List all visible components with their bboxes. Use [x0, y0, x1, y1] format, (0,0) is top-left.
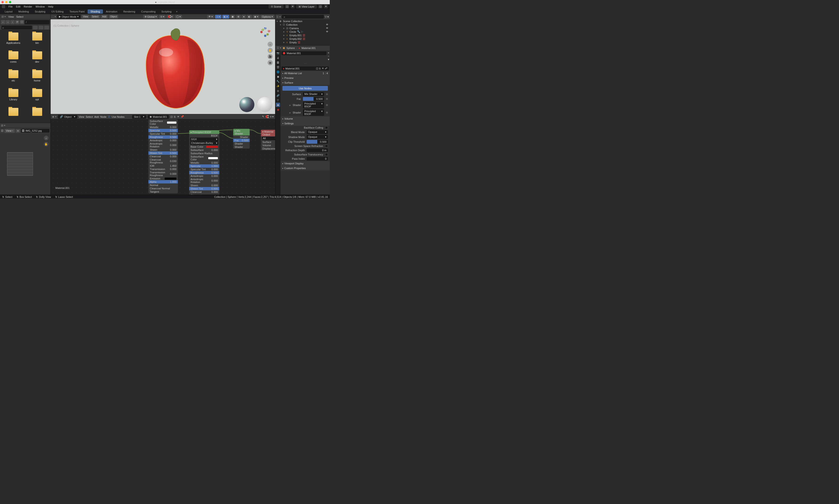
node-input-row[interactable]: Shader [233, 142, 250, 145]
node-input-row[interactable]: Clearcoat Roughness0.030 [148, 158, 178, 164]
tab-sculpting[interactable]: Sculpting [32, 10, 48, 14]
shader-node-partial[interactable]: Subsurface ColorMetallic0.000Specular0.5… [148, 120, 178, 193]
editor-type-icon[interactable]: ⬚ ▾ [52, 15, 56, 18]
img-editor-type-icon[interactable]: ▧ ▾ [1, 124, 5, 127]
visibility-eye-icon[interactable]: 👁 [326, 27, 328, 30]
viewlayer-browse-icon[interactable]: ◫ [318, 4, 322, 8]
node-input-row[interactable]: Sheen0.000 [189, 184, 219, 187]
node-node-menu[interactable]: Node [100, 115, 106, 118]
menu-render[interactable]: Render [24, 5, 32, 8]
section-custom-props[interactable]: ▸Custom Properties [281, 166, 330, 170]
node-input-row[interactable]: Surface [261, 140, 275, 144]
tab-texture-paint[interactable]: Texture Paint [67, 10, 87, 14]
close-window-button[interactable] [1, 1, 4, 3]
vp-object-menu[interactable]: Object [109, 15, 119, 19]
node-input-row[interactable]: Sheen0.000 [148, 148, 178, 151]
output-target-dropdown[interactable]: All▾ [262, 137, 275, 140]
tab-viewlayer-props[interactable]: 🖼 [276, 60, 280, 65]
3d-viewport[interactable]: User Perspective (1) Collection | Sphere [51, 19, 275, 114]
node-input-row[interactable]: Clearcoat0.000 [148, 155, 178, 158]
folder-item[interactable] [26, 108, 48, 123]
node-editor[interactable]: Subsurface ColorMetallic0.000Specular0.5… [51, 119, 275, 195]
overlay-toggle[interactable]: ◐ ▾ [222, 15, 229, 19]
perspective-toggle-icon[interactable]: ▦ [268, 60, 273, 65]
mode-selector[interactable]: ▶ Object Mode ▾ [57, 15, 81, 19]
node-input-row[interactable]: Base Color [189, 145, 219, 148]
input-socket-icon[interactable] [326, 98, 328, 100]
slot-menu-icon[interactable]: ▾ [328, 58, 329, 61]
tab-particle-props[interactable]: ✨ [276, 84, 280, 88]
menu-file[interactable]: File [8, 5, 13, 8]
node-input-row[interactable]: Clearcoat Roughness0.030 [189, 194, 219, 195]
node-input-row[interactable]: IOR1.450 [148, 164, 178, 167]
outliner-row[interactable]: ▸☐Collection👁 [275, 23, 330, 26]
minimize-window-button[interactable] [5, 1, 7, 3]
material-name-field[interactable]: ◉ Material.001 [148, 115, 169, 119]
node-input-row[interactable]: Specular0.500 [148, 129, 178, 132]
use-nodes-button[interactable]: Use Nodes [282, 86, 328, 91]
tab-object-props[interactable]: ▣ [276, 74, 280, 79]
input-socket-icon[interactable] [326, 93, 328, 95]
node-input-row[interactable]: Fac0.500 [233, 139, 250, 142]
fb-menu-view[interactable]: View [8, 15, 14, 18]
scene-browse-icon[interactable]: ◫ [285, 4, 289, 8]
folder-item[interactable]: opt [26, 89, 48, 107]
folder-item[interactable]: etc [2, 70, 24, 88]
node-input-row[interactable]: Emission [148, 177, 178, 180]
node-input-row[interactable]: Clearcoat0.000 [189, 190, 219, 194]
fb-menu-select[interactable]: Select [16, 15, 23, 18]
outliner-row[interactable]: ▸⊹Empty.002 🖼 [275, 37, 330, 40]
xray-toggle[interactable]: ▣ [230, 15, 235, 19]
ggx-dropdown[interactable]: GGX▾ [190, 138, 218, 141]
prop-dropdown[interactable]: Principled BSDF▾ [303, 102, 324, 108]
node-input-row[interactable]: Anisotropic Rotation0.000 [148, 142, 178, 148]
shading-wireframe[interactable]: ⊕ [236, 15, 241, 19]
props-type-icon[interactable]: ☰ ▾ [277, 47, 281, 50]
prop-slider[interactable]: 0.500 [307, 140, 328, 144]
options-dropdown[interactable]: Options ▾ [261, 15, 274, 19]
outliner-search[interactable]: ⌕ [282, 15, 324, 19]
scene-selector[interactable]: ⊞Scene [269, 4, 284, 8]
scene-delete-icon[interactable]: ✕ [291, 4, 294, 8]
node-add-menu[interactable]: Add [94, 115, 99, 118]
folder-item[interactable]: dev [26, 51, 48, 69]
tab-scene-props[interactable]: 🎬 [276, 65, 280, 69]
nav-newdir-icon[interactable]: ☐ [20, 20, 24, 24]
mat-newuser-icon[interactable]: ◫ [316, 67, 318, 70]
prop-checkbox[interactable] [325, 145, 328, 147]
nodeeditor-type-icon[interactable]: ◉ ▾ [52, 115, 56, 118]
node-input-row[interactable]: Transmission0.000 [148, 167, 178, 171]
sort-icon[interactable] [39, 26, 43, 30]
tab-output-props[interactable]: 🖨 [276, 56, 280, 60]
tab-texture-props[interactable]: ▦ [276, 107, 280, 112]
prop-number[interactable]: 0 [307, 157, 328, 161]
pan-icon[interactable]: ✋ [268, 48, 273, 53]
node-object-menu[interactable]: 🔗 Object ▾ [58, 115, 77, 119]
node-parent-icon[interactable]: ↰ [262, 115, 264, 118]
node-input-row[interactable]: Subsurface0.000 [189, 148, 219, 152]
proportional-edit[interactable]: ◯ ▾ [175, 15, 182, 19]
node-input-row[interactable]: Metallic0.000 [189, 161, 219, 164]
material-name-input[interactable]: ● Material.001 ◫ ⎘ ✕ ☍ [282, 67, 329, 70]
mat-copy-icon[interactable]: ⎘ [174, 115, 176, 118]
viewlayer-delete-icon[interactable]: ✕ [324, 4, 328, 8]
img-mode-icon[interactable]: 🖼 [1, 129, 3, 132]
node-input-row[interactable]: Shader [233, 145, 250, 149]
subsurf-method-dropdown[interactable]: Christensen-Burley▾ [190, 141, 218, 145]
vp-select-menu[interactable]: Select [90, 15, 100, 19]
node-snap-icon[interactable]: 🧲 [265, 115, 269, 118]
mat-copy-icon[interactable]: ⎘ [319, 67, 321, 70]
menu-edit[interactable]: Edit [16, 5, 20, 8]
tab-rendering[interactable]: Rendering [120, 10, 138, 14]
node-input-row[interactable]: Roughness0.500 [189, 171, 219, 174]
visibility-eye-icon[interactable]: 👁 [326, 23, 328, 26]
tab-shading[interactable]: Shading [88, 10, 103, 14]
folder-item[interactable]: home [26, 70, 48, 88]
blender-logo-icon[interactable] [2, 5, 5, 8]
outliner-filter-icon[interactable]: ▽ ▾ [325, 15, 329, 18]
visibility-eye-icon[interactable]: 👁 [326, 30, 328, 33]
mat-unlink-icon[interactable]: ✕ [177, 115, 179, 118]
node-input-row[interactable]: Anisotropic0.000 [189, 174, 219, 178]
viewlayer-selector[interactable]: ▣View Layer [296, 4, 317, 8]
imgview-hamburger-icon[interactable]: ≡ [16, 129, 20, 132]
